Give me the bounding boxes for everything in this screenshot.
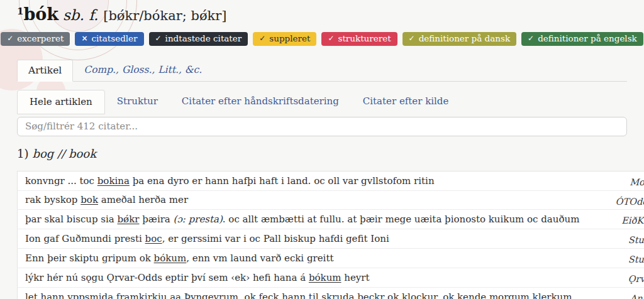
citation-text: rak byskop bok ameðal herða mer (18, 190, 587, 210)
headword-occurrence: bǿkr (118, 214, 140, 225)
citation-row[interactable]: Ion gaf Guðmundi presti boc, er gerssimi… (18, 229, 644, 249)
check-icon: ✓ (155, 35, 162, 42)
citation-text: þar skal biscup sia bǿkr þæira (ɔ: prest… (18, 210, 587, 229)
check-icon: ✓ (409, 35, 415, 42)
headword-occurrence: bokina (97, 175, 130, 187)
article-subtabs: Hele artiklenStrukturCitater efter hånds… (17, 90, 627, 114)
homograph-number: 1 (17, 6, 23, 17)
search-input[interactable] (17, 117, 627, 136)
citation-text: Ion gaf Guðmundi presti boc, er gerssimi… (18, 229, 587, 249)
badge-label: definitioner på engelsk (538, 33, 637, 44)
citation-row[interactable]: konvngr ... toc bokina þa ena dyro er ha… (18, 171, 644, 190)
status-badge-definitioner-engelsk: ✓definitioner på engelsk (521, 32, 643, 46)
sense-number: 1) (17, 147, 28, 160)
check-icon: ✓ (259, 35, 265, 42)
badge-label: indtastede citater (165, 33, 242, 44)
badge-label: excerperet (17, 33, 64, 44)
badge-label: suppleret (269, 33, 310, 44)
citation-reference: ǪrvM 19614 (587, 268, 644, 287)
lemma-headword: bók (23, 4, 58, 24)
citation-text: konvngr ... toc bokina þa ena dyro er ha… (18, 171, 587, 190)
sense-heading: 1)bog // book (17, 147, 627, 160)
status-badge-suppleret: ✓suppleret (253, 32, 316, 46)
citation-row[interactable]: Enn þeir skiptu gripum ok bókum, enn vm … (18, 249, 644, 268)
headword-occurrence: bókum (309, 272, 341, 283)
x-icon: × (81, 35, 87, 42)
badge-row: ✓excerperet×citatsedler✓indtastede citat… (17, 32, 627, 46)
citation-row[interactable]: lýkr hér nú sǫgu Ǫrvar-Odds eptir því se… (18, 268, 644, 287)
check-icon: ✓ (328, 35, 334, 42)
check-icon: ✓ (528, 35, 534, 42)
status-badge-excerperet: ✓excerperet (1, 32, 70, 46)
citation-reference: Mork 38816 (587, 171, 644, 190)
badge-label: definitioner på dansk (419, 33, 510, 44)
status-badge-struktureret: ✓struktureret (321, 32, 397, 46)
headword-occurrence: bok (80, 194, 98, 205)
status-badge-indtastede-citater: ✓indtastede citater (149, 32, 248, 46)
status-badge-definitioner-dansk: ✓definitioner på dansk (402, 32, 516, 46)
article-page: 1bóksb. f.[bǿkr/bókar; bǿkr] ✓excerperet… (0, 0, 644, 299)
part-of-speech: sb. f. (63, 7, 98, 23)
citation-reference: ÓTOddS 17824 (587, 190, 644, 210)
citation-reference: Stu1K 55013 (587, 249, 644, 268)
status-badge-citatsedler: ×citatsedler (75, 32, 143, 46)
subtab-citater-efter-handskriftsdatering[interactable]: Citater efter håndskriftsdatering (170, 90, 351, 114)
headword-occurrence: bókum (154, 253, 187, 264)
definition-separator: // (57, 147, 65, 160)
citation-table: konvngr ... toc bokina þa ena dyro er ha… (17, 171, 644, 299)
main-tabs: ArtikelComp., Gloss., Litt., &c. (17, 60, 627, 82)
badge-label: citatsedler (91, 33, 137, 44)
inflected-forms: [bǿkr/bókar; bǿkr] (103, 8, 226, 23)
citation-table-body: konvngr ... toc bokina þa ena dyro er ha… (18, 171, 644, 299)
subtab-hele-artiklen[interactable]: Hele artiklen (17, 90, 105, 114)
citation-reference: EiðKrA 37816 (587, 210, 644, 229)
citation-reference: AnnL 27236 (587, 287, 644, 299)
tab-artikel[interactable]: Artikel (17, 60, 73, 82)
citation-reference: Stu1K 22919 (587, 229, 644, 249)
page-title: 1bóksb. f.[bǿkr/bókar; bǿkr] (17, 4, 627, 25)
badge-label: struktureret (338, 33, 391, 44)
tab-comp-gloss-litt[interactable]: Comp., Gloss., Litt., &c. (73, 60, 213, 82)
citation-search (17, 117, 627, 136)
subtab-citater-efter-kilde[interactable]: Citater efter kilde (351, 90, 461, 114)
check-icon: ✓ (7, 35, 13, 42)
definition-danish: bog (32, 147, 53, 160)
subtab-struktur[interactable]: Struktur (105, 90, 170, 114)
definition-english: book (69, 147, 96, 160)
citation-row[interactable]: let hann vppsmida framkirkiu aa Þyngeyru… (18, 287, 644, 299)
citation-text: let hann vppsmida framkirkiu aa Þyngeyru… (18, 287, 587, 299)
citation-row[interactable]: rak byskop bok ameðal herða merÓTOddS 17… (18, 190, 644, 210)
headword-occurrence: beckr (357, 291, 384, 299)
headword-occurrence: boc (145, 233, 162, 244)
citation-text: Enn þeir skiptu gripum ok bókum, enn vm … (18, 249, 587, 268)
citation-text: lýkr hér nú sǫgu Ǫrvar-Odds eptir því se… (18, 268, 587, 287)
citation-row[interactable]: þar skal biscup sia bǿkr þæira (ɔ: prest… (18, 210, 644, 229)
